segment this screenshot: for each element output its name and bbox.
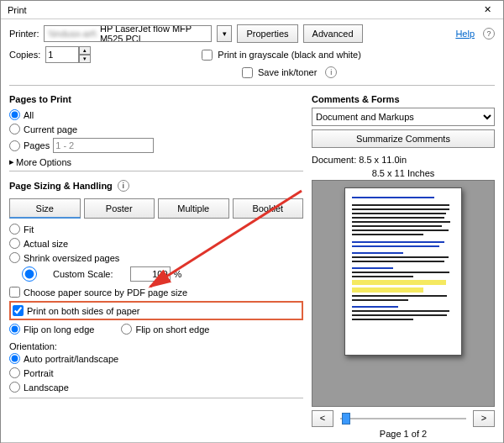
choose-source-label: Choose paper source by PDF page size: [24, 287, 187, 298]
flip-long-label: Flip on long edge: [24, 324, 94, 335]
tab-multiple[interactable]: Multiple: [158, 198, 229, 219]
printer-name: HP LaserJet flow MFP M525 PCL: [100, 25, 208, 42]
preview-prev-button[interactable]: <: [312, 410, 333, 427]
orient-auto-label: Auto portrait/landscape: [24, 354, 118, 364]
choose-source-checkbox[interactable]: [9, 287, 20, 298]
preview-inches-label: 8.5 x 11 Inches: [312, 168, 495, 178]
shrink-radio[interactable]: [9, 252, 20, 263]
pages-range-input[interactable]: [53, 138, 154, 153]
document-size-label: Document: 8.5 x 11.0in: [312, 155, 495, 165]
tab-poster[interactable]: Poster: [84, 198, 155, 219]
custom-scale-input[interactable]: [130, 266, 171, 282]
pages-range-radio[interactable]: [9, 140, 20, 151]
more-options-arrow-icon: ▸: [9, 156, 14, 167]
sizing-title: Page Sizing & Handling: [9, 181, 113, 191]
pages-all-label: All: [24, 110, 34, 120]
flip-short-radio[interactable]: [121, 324, 132, 335]
pages-all-radio[interactable]: [9, 109, 20, 120]
fit-radio[interactable]: [9, 224, 20, 235]
orient-auto-radio[interactable]: [9, 353, 20, 364]
pages-to-print-title: Pages to Print: [9, 94, 71, 104]
sizing-info-icon[interactable]: i: [118, 180, 129, 192]
printer-select-display[interactable]: \\indusx-art\ HP LaserJet flow MFP M525 …: [44, 25, 212, 42]
copies-down-icon[interactable]: ▾: [79, 55, 91, 63]
preview-slider[interactable]: [337, 410, 470, 427]
more-options-label: More Options: [16, 157, 71, 167]
preview-next-button[interactable]: >: [473, 410, 495, 427]
page-count-label: Page 1 of 2: [312, 429, 495, 439]
printer-label: Printer:: [9, 29, 39, 39]
preview-page: [344, 187, 462, 356]
pages-current-radio[interactable]: [9, 124, 20, 134]
save-ink-info-icon[interactable]: i: [325, 66, 337, 78]
properties-button[interactable]: Properties: [237, 24, 297, 43]
actual-label: Actual size: [24, 239, 68, 249]
orientation-title: Orientation:: [9, 341, 303, 351]
flip-short-label: Flip on short edge: [135, 324, 209, 335]
pages-range-label: Pages: [24, 140, 50, 150]
window-title: Print: [4, 5, 475, 15]
advanced-button[interactable]: Advanced: [303, 24, 363, 43]
grayscale-label: Print in grayscale (black and white): [218, 50, 361, 60]
slider-thumb[interactable]: [342, 413, 350, 425]
custom-scale-label: Custom Scale:: [53, 269, 113, 279]
comments-title: Comments & Forms: [312, 94, 400, 104]
copies-up-icon[interactable]: ▴: [79, 46, 91, 55]
save-ink-checkbox[interactable]: [242, 67, 253, 78]
both-sides-checkbox[interactable]: [13, 305, 24, 316]
preview-box: [312, 180, 495, 407]
more-options-toggle[interactable]: ▸ More Options: [9, 156, 303, 167]
copies-input[interactable]: [45, 46, 79, 63]
fit-label: Fit: [24, 224, 34, 235]
pages-current-label: Current page: [24, 124, 77, 134]
orient-landscape-label: Landscape: [24, 382, 69, 393]
help-link[interactable]: Help: [455, 29, 475, 39]
close-icon[interactable]: ✕: [475, 4, 500, 15]
tab-booklet[interactable]: Booklet: [233, 198, 304, 219]
summarize-button[interactable]: Summarize Comments: [312, 129, 495, 148]
shrink-label: Shrink oversized pages: [24, 253, 119, 263]
flip-long-radio[interactable]: [9, 324, 20, 335]
orient-landscape-radio[interactable]: [9, 382, 20, 393]
printer-dropdown-button[interactable]: ▾: [217, 25, 232, 42]
annotation-highlight-box: Print on both sides of paper: [9, 301, 303, 320]
custom-scale-radio[interactable]: [9, 266, 50, 282]
save-ink-label: Save ink/toner: [258, 67, 317, 77]
orient-portrait-label: Portrait: [24, 368, 53, 378]
copies-label: Copies:: [9, 50, 40, 60]
printer-path-obscured: \\indusx-art\: [48, 29, 96, 39]
tab-size[interactable]: Size: [9, 198, 81, 219]
help-icon[interactable]: ?: [483, 28, 495, 40]
both-sides-label: Print on both sides of paper: [27, 306, 140, 316]
orient-portrait-radio[interactable]: [9, 367, 20, 378]
percent-label: %: [174, 269, 182, 279]
grayscale-checkbox[interactable]: [202, 50, 213, 61]
actual-radio[interactable]: [9, 238, 20, 249]
comments-select[interactable]: Document and Markups: [312, 108, 495, 126]
